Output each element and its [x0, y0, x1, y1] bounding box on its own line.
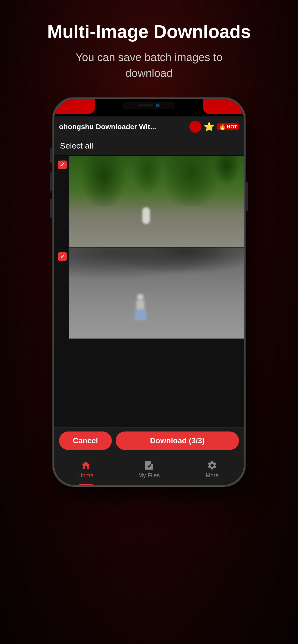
volume-down-button	[50, 198, 52, 218]
checkmark-2: ✓	[60, 254, 65, 260]
nav-label-myfiles: My Files	[138, 472, 160, 479]
hot-icon-btn[interactable]: 🔥 HOT	[217, 124, 239, 130]
image-preview-2	[69, 248, 244, 338]
bottom-nav: Home My Files	[54, 454, 244, 485]
nav-item-more[interactable]: More	[181, 454, 244, 485]
app-header: ohongshu Downloader Wit... ⭐ 🔥 HOT	[54, 116, 244, 136]
action-bar: Cancel Download (3/3)	[54, 428, 244, 454]
new-icon-btn[interactable]	[189, 121, 201, 133]
nav-item-myfiles[interactable]: My Files	[117, 454, 181, 485]
notch-left-red	[54, 99, 95, 114]
select-all-label: Select all	[60, 141, 93, 150]
silent-switch	[50, 148, 52, 163]
page-content: Multi-Image Downloads You can save batch…	[0, 0, 298, 486]
page-subtitle: You can save batch images to download	[65, 49, 233, 81]
notch-speaker	[138, 104, 153, 106]
notch-camera-dot	[156, 104, 160, 107]
nav-item-home[interactable]: Home	[54, 454, 117, 485]
checkbox-2[interactable]: ✓	[54, 248, 69, 261]
phone-screen: ohongshu Downloader Wit... ⭐ 🔥 HOT Selec…	[54, 116, 244, 485]
gear-icon	[207, 460, 217, 470]
page-title: Multi-Image Downloads	[19, 22, 279, 42]
nav-label-home: Home	[78, 472, 94, 479]
app-title: ohongshu Downloader Wit...	[59, 123, 187, 131]
star-icon-btn[interactable]: ⭐	[204, 122, 215, 131]
files-icon	[144, 460, 154, 470]
phone-frame: ohongshu Downloader Wit... ⭐ 🔥 HOT Selec…	[53, 98, 245, 486]
power-button	[246, 182, 248, 210]
home-icon	[81, 460, 91, 470]
page-header: Multi-Image Downloads You can save batch…	[0, 0, 298, 93]
select-all-bar[interactable]: Select all	[54, 136, 244, 156]
checkmark-1: ✓	[60, 162, 65, 168]
notch-area	[54, 99, 244, 116]
notch-right-red	[203, 99, 244, 114]
hot-label: HOT	[227, 124, 237, 129]
notch-pill	[123, 102, 175, 109]
download-button[interactable]: Download (3/3)	[116, 432, 239, 450]
image-preview-1	[69, 156, 244, 247]
nav-label-more: More	[206, 472, 219, 479]
cancel-button[interactable]: Cancel	[59, 432, 112, 450]
volume-up-button	[50, 172, 52, 192]
image-list: ✓	[54, 156, 244, 428]
header-icons: ⭐ 🔥 HOT	[189, 121, 239, 133]
checkbox-1[interactable]: ✓	[54, 156, 69, 169]
phone-wrapper: ohongshu Downloader Wit... ⭐ 🔥 HOT Selec…	[53, 98, 245, 486]
image-item-1[interactable]: ✓	[54, 156, 244, 248]
image-item-2[interactable]: ✓	[54, 248, 244, 428]
